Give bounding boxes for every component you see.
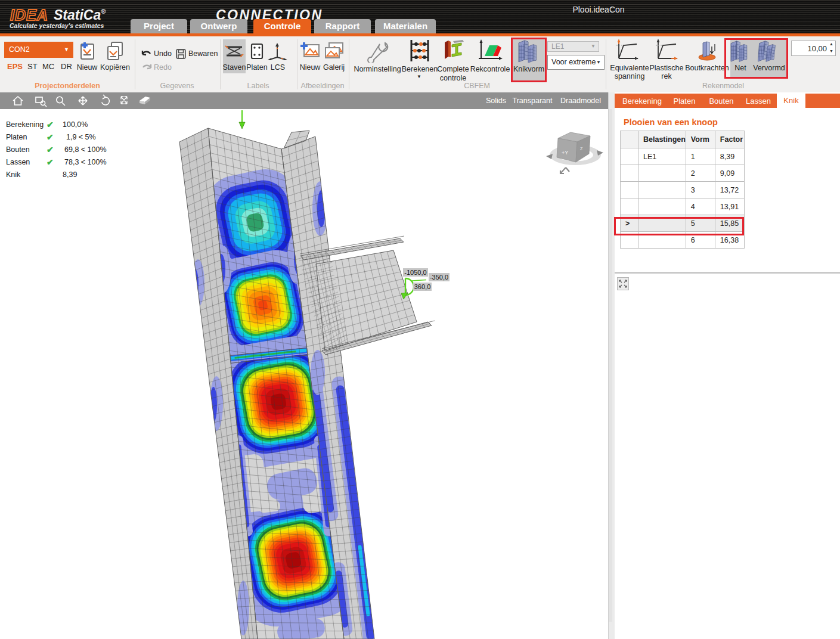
svg-text:+Y: +Y bbox=[562, 150, 568, 156]
svg-text:Z: Z bbox=[580, 147, 583, 151]
